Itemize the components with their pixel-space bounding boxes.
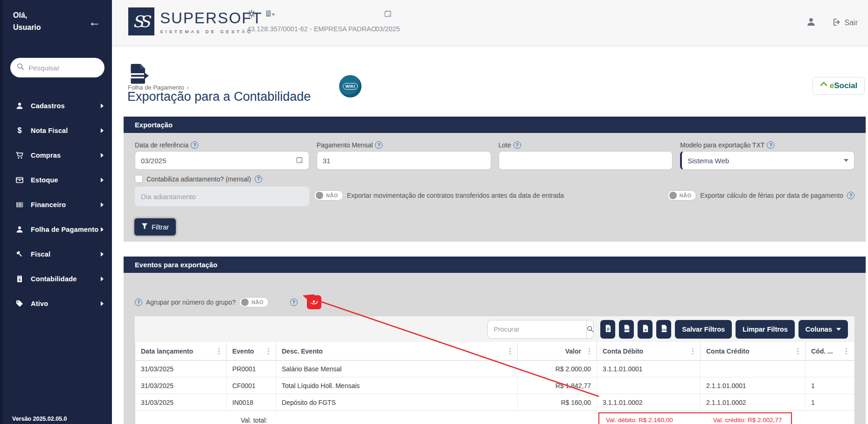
- collapse-sidebar-arrow-icon[interactable]: ←: [89, 15, 101, 29]
- user-profile-icon[interactable]: [806, 17, 816, 29]
- column-header-evento[interactable]: Evento⋮: [227, 342, 276, 360]
- table-toolbar: PDF X CSV Salvar Filtros Limpar Filtros …: [135, 316, 854, 342]
- toggle-exportar-ferias[interactable]: NÃO: [667, 190, 697, 201]
- table-search-input[interactable]: [488, 326, 586, 333]
- debit-total: Val. débito: R$ 2.160,00: [606, 417, 673, 424]
- sidebar-item-cadastros[interactable]: Cadastros: [3, 93, 112, 118]
- sidebar-item-folha-de-pagamento[interactable]: Folha de Pagamento: [3, 217, 112, 242]
- modelo-txt-select[interactable]: Sistema Web: [680, 151, 854, 170]
- pagamento-mensal-value[interactable]: [323, 157, 485, 165]
- dia-adiantamento-input: [135, 187, 309, 206]
- esocial-badge[interactable]: eSocial: [812, 77, 865, 95]
- field-data-referencia: Data de referência?: [135, 141, 309, 170]
- company-name: 43.128.357/0001-62 - EMPRESA PADRAO: [247, 25, 376, 33]
- cart-icon: [15, 151, 24, 160]
- box-icon: [15, 176, 24, 184]
- calendar-icon[interactable]: [296, 156, 303, 165]
- cell-desc-evento: Depósito do FGTS: [276, 394, 518, 410]
- cell-data-lancamento: 31/03/2025: [135, 394, 227, 410]
- pdf-file-icon: PDF: [623, 324, 631, 334]
- sidebar-item-compras[interactable]: Compras: [3, 143, 112, 167]
- toggle-state: NÃO: [251, 299, 264, 305]
- sidebar-item-estoque[interactable]: Estoque: [3, 167, 112, 192]
- column-header-valor[interactable]: Valor⋮: [518, 342, 597, 360]
- salvar-filtros-button[interactable]: Salvar Filtros: [675, 320, 732, 339]
- column-header-conta-credito[interactable]: Conta Crédito⋮: [701, 342, 806, 360]
- help-icon[interactable]: ?: [290, 299, 298, 306]
- sidebar-item-nota-fiscal[interactable]: $ Nota Fiscal: [3, 118, 112, 143]
- chevron-right-icon: [101, 178, 104, 182]
- cell-conta-debito: 3.1.1.01.0002: [597, 394, 701, 410]
- toggle-knob: [316, 192, 323, 199]
- show-totals-button[interactable]: [307, 295, 321, 309]
- dollar-icon: $: [15, 126, 24, 135]
- wiki-badge[interactable]: WIKI: [339, 75, 361, 97]
- main-content: Folha de Pagamento› Exportação para a Co…: [112, 46, 868, 424]
- filtrar-button[interactable]: Filtrar: [134, 218, 176, 236]
- cell-conta-debito: [597, 377, 701, 394]
- sidebar-search[interactable]: [10, 58, 104, 77]
- help-icon[interactable]: ?: [514, 141, 521, 149]
- help-icon[interactable]: ?: [191, 141, 198, 149]
- company-selector[interactable]: [264, 9, 275, 20]
- sidebar-item-label: Fiscal: [31, 250, 50, 258]
- limpar-filtros-button[interactable]: Limpar Filtros: [736, 320, 795, 339]
- help-icon[interactable]: ?: [767, 141, 774, 149]
- esocial-label: eSocial: [830, 81, 858, 90]
- help-icon[interactable]: ?: [847, 192, 854, 199]
- table-row[interactable]: 31/03/2025 CF0001 Total Líquido Holl. Me…: [135, 377, 854, 394]
- chevron-right-icon: [101, 202, 104, 207]
- sidebar-item-financeiro[interactable]: Financeiro: [3, 192, 112, 217]
- sidebar-item-ativo[interactable]: Ativo: [3, 291, 112, 316]
- column-menu-icon[interactable]: ⋮: [215, 347, 223, 355]
- export-pdf-button[interactable]: PDF: [619, 320, 634, 339]
- column-header-conta-debito[interactable]: Conta Débito⋮: [597, 342, 701, 360]
- pagamento-mensal-input[interactable]: [317, 151, 491, 170]
- column-menu-icon[interactable]: ⋮: [688, 347, 697, 355]
- table-row[interactable]: 31/03/2025 IN0018 Depósito do FGTS R$ 16…: [135, 394, 854, 411]
- lote-input[interactable]: [499, 151, 673, 170]
- column-menu-icon[interactable]: ⋮: [506, 347, 514, 355]
- data-referencia-input[interactable]: [135, 151, 309, 170]
- cell-data-lancamento: 31/03/2025: [135, 377, 227, 394]
- sidebar-item-contabilidade[interactable]: $ Contabilidade: [3, 266, 112, 291]
- credit-total: Val. crédito: R$ 2.002,77: [713, 417, 782, 424]
- sidebar-item-fiscal[interactable]: Fiscal: [3, 242, 112, 266]
- column-header-desc-evento[interactable]: Desc. Evento⋮: [276, 342, 518, 360]
- contabiliza-adiantamento-checkbox[interactable]: [135, 175, 143, 183]
- toggle-exportar-contratos[interactable]: NÃO: [314, 190, 343, 201]
- export-excel-button[interactable]: X: [638, 320, 653, 339]
- export-csv-button[interactable]: CSV: [656, 320, 671, 339]
- column-header-codigo[interactable]: Cód. ...⋮: [806, 342, 854, 360]
- export-txt-button[interactable]: [600, 320, 615, 339]
- gear-icon[interactable]: [247, 9, 256, 20]
- lote-value[interactable]: [505, 157, 667, 165]
- period-selector[interactable]: 03/2025: [375, 9, 400, 33]
- excel-file-icon: X: [641, 324, 649, 334]
- logout-button[interactable]: Sair: [832, 18, 858, 28]
- table-search[interactable]: [487, 320, 594, 339]
- supersoft-logo-mark-icon: SS: [128, 7, 154, 35]
- logout-label: Sair: [845, 19, 858, 27]
- column-menu-icon[interactable]: ⋮: [793, 347, 802, 355]
- cell-conta-credito: 2.1.1.01.0002: [701, 394, 806, 410]
- search-icon[interactable]: [586, 320, 594, 338]
- toggle-knob: [241, 299, 249, 306]
- table-header-row: Data lançamento⋮ Evento⋮ Desc. Evento⋮ V…: [135, 342, 854, 361]
- group-toggle[interactable]: NÃO: [239, 297, 269, 307]
- sidebar-item-label: Ativo: [31, 300, 48, 307]
- table-row[interactable]: 31/03/2025 PR0001 Salário Base Mensal R$…: [135, 361, 854, 377]
- help-icon[interactable]: ?: [135, 299, 142, 306]
- column-menu-icon[interactable]: ⋮: [842, 347, 851, 355]
- cell-desc-evento: Total Líquido Holl. Mensais: [276, 377, 518, 394]
- colunas-button[interactable]: Colunas: [799, 320, 848, 339]
- cell-codigo: 1: [806, 394, 854, 410]
- column-menu-icon[interactable]: ⋮: [264, 347, 273, 355]
- help-icon[interactable]: ?: [375, 141, 382, 149]
- column-menu-icon[interactable]: ⋮: [585, 347, 594, 355]
- help-icon[interactable]: ?: [255, 175, 262, 183]
- sidebar-search-input[interactable]: [28, 64, 121, 72]
- data-referencia-value[interactable]: [141, 157, 296, 165]
- column-header-data-lancamento[interactable]: Data lançamento⋮: [135, 342, 227, 360]
- sidebar-item-label: Cadastros: [31, 102, 65, 110]
